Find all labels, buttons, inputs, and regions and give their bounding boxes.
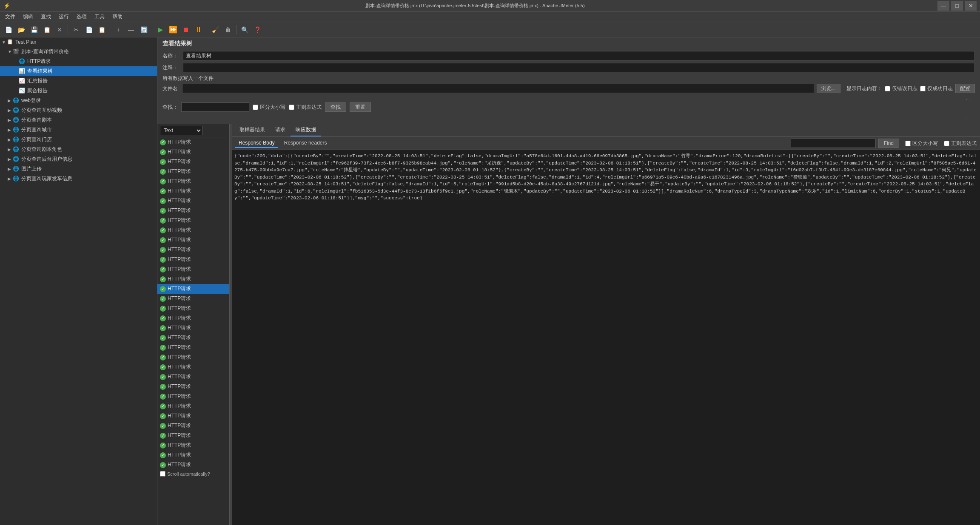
result-item-28[interactable]: ✓HTTP请求 [157,411,229,421]
toolbar-new[interactable]: 📄 [3,24,14,36]
result-item-30[interactable]: ✓HTTP请求 [157,431,229,440]
regex-checkbox[interactable] [289,105,294,110]
tree-item-script[interactable]: ▼ 🎬 剧本-查询详情带价格 [0,47,157,57]
result-item-29[interactable]: ✓HTTP请求 [157,421,229,431]
result-item-25[interactable]: ✓HTTP请求 [157,382,229,392]
toolbar-cut[interactable]: ✂ [70,24,82,36]
find-case-checkbox[interactable] [905,141,911,146]
result-item-1[interactable]: ✓HTTP请求 [157,147,229,157]
comment-input[interactable] [183,63,975,72]
toolbar-shutdown[interactable]: ⏸ [193,24,205,36]
case-sensitive-label[interactable]: 区分大小写 [253,104,285,111]
result-item-4[interactable]: ✓HTTP请求 [157,176,229,186]
toolbar-clear-all[interactable]: 🗑 [222,24,234,36]
tree-item-web-login[interactable]: ▶ 🌐 web登录 [0,96,157,105]
tree-item-browse-script[interactable]: ▶ 🌐 分页查询剧本 [0,115,157,125]
find-button[interactable]: Find [878,139,899,148]
toolbar-collapse[interactable]: — [125,24,137,36]
reset-button[interactable]: 重置 [350,102,371,112]
result-item-6[interactable]: ✓HTTP请求 [157,196,229,206]
search-button[interactable]: 查找 [325,102,346,112]
toolbar-toggle[interactable]: 🔄 [138,24,150,36]
tree-item-browse-store[interactable]: ▶ 🌐 分页查询门店 [0,135,157,145]
menu-tools[interactable]: 工具 [91,12,108,21]
toolbar-save[interactable]: 💾 [28,24,40,36]
tree-item-aggregate[interactable]: 📉 聚合报告 [0,86,157,96]
toolbar-revert[interactable]: ✕ [54,24,66,36]
config-button[interactable]: 配置 [955,84,975,93]
result-item-8[interactable]: ✓HTTP请求 [157,216,229,225]
toolbar-search[interactable]: 🔍 [239,24,251,36]
find-input[interactable] [791,139,876,148]
result-item-23[interactable]: ✓HTTP请求 [157,362,229,372]
toolbar-stop[interactable]: ⏹ [180,24,192,36]
result-item-7[interactable]: ✓HTTP请求 [157,206,229,216]
result-item-16[interactable]: ✓HTTP请求 [157,294,229,304]
menu-file[interactable]: 文件 [2,12,19,21]
toolbar-paste[interactable]: 📋 [96,24,108,36]
toolbar-run[interactable]: ▶ [154,24,166,36]
tree-item-browse-city[interactable]: ▶ 🌐 分页查询城市 [0,125,157,135]
search-input[interactable] [181,102,249,112]
tab-request[interactable]: 请求 [270,124,291,136]
menu-search[interactable]: 查找 [37,12,54,21]
toolbar-save-as[interactable]: 📋 [41,24,53,36]
menu-options[interactable]: 选项 [73,12,90,21]
tree-item-script-role[interactable]: ▶ 🌐 分页查询剧本角色 [0,145,157,154]
result-item-21[interactable]: ✓HTTP请求 [157,343,229,352]
tree-item-player-car[interactable]: ▶ 🌐 分页查询玩家发车信息 [0,174,157,184]
toolbar-help[interactable]: ❓ [251,24,263,36]
result-item-13[interactable]: ✓HTTP请求 [157,264,229,274]
result-item-0[interactable]: ✓HTTP请求 [157,137,229,147]
result-item-22[interactable]: ✓HTTP请求 [157,352,229,362]
result-item-11[interactable]: ✓HTTP请求 [157,245,229,255]
tab-response-body[interactable]: Response Body [235,139,278,148]
result-item-31[interactable]: ✓HTTP请求 [157,440,229,450]
tab-response-headers[interactable]: Response headers [281,139,330,148]
tree-item-backend-user[interactable]: ▶ 🌐 分页查询后台用户信息 [0,154,157,164]
result-item-15[interactable]: ✓HTTP请求 [157,284,229,294]
result-item-5[interactable]: ✓HTTP请求 [157,186,229,196]
tab-response-data[interactable]: 响应数据 [291,124,321,136]
browse-button[interactable]: 浏览... [817,84,840,93]
success-log-checkbox-label[interactable]: 仅成功日志 [920,85,953,92]
file-name-input[interactable] [182,84,814,93]
result-item-3[interactable]: ✓HTTP请求 [157,167,229,176]
toolbar-open[interactable]: 📂 [15,24,27,36]
result-item-32[interactable]: ✓HTTP请求 [157,450,229,460]
regex-label[interactable]: 正则表达式 [289,104,322,111]
result-item-24[interactable]: ✓HTTP请求 [157,372,229,382]
close-button[interactable]: ✕ [965,1,977,11]
tree-item-test-plan[interactable]: ▼ 📋 Test Plan [0,37,157,47]
name-input[interactable] [183,51,975,60]
case-sensitive-checkbox[interactable] [253,105,258,110]
result-item-33[interactable]: ✓HTTP请求 [157,460,229,470]
toolbar-run-no-pause[interactable]: ⏩ [167,24,179,36]
error-log-checkbox-label[interactable]: 仅错误日志 [885,85,917,92]
result-item-17[interactable]: ✓HTTP请求 [157,304,229,313]
toolbar-clear[interactable]: 🧹 [209,24,221,36]
find-regex-checkbox[interactable] [944,141,949,146]
find-regex-checkbox-label[interactable]: 正则表达式 [944,140,977,147]
result-item-12[interactable]: ✓HTTP请求 [157,255,229,264]
menu-edit[interactable]: 编辑 [20,12,37,21]
tab-sampler-results[interactable]: 取样器结果 [234,124,270,136]
find-case-checkbox-label[interactable]: 区分大小写 [905,140,938,147]
result-item-20[interactable]: ✓HTTP请求 [157,333,229,343]
error-log-checkbox[interactable] [885,86,890,91]
success-log-checkbox[interactable] [920,86,926,91]
tree-item-http[interactable]: 🌐 HTTP请求 [0,57,157,66]
toolbar-expand[interactable]: + [112,24,124,36]
result-item-19[interactable]: ✓HTTP请求 [157,323,229,333]
tree-item-upload-image[interactable]: ▶ 🌐 图片上传 [0,164,157,174]
tree-item-view-results[interactable]: 📊 查看结果树 [0,66,157,76]
result-item-9[interactable]: ✓HTTP请求 [157,225,229,235]
menu-run[interactable]: 运行 [55,12,72,21]
result-item-27[interactable]: ✓HTTP请求 [157,401,229,411]
format-select[interactable]: Text JSON XML HTML Boundary CSS/JQuery X… [160,126,202,135]
result-item-14[interactable]: ✓HTTP请求 [157,274,229,284]
maximize-button[interactable]: □ [951,1,963,11]
scroll-auto-checkbox[interactable] [160,471,165,477]
result-item-26[interactable]: ✓HTTP请求 [157,392,229,401]
result-item-18[interactable]: ✓HTTP请求 [157,313,229,323]
